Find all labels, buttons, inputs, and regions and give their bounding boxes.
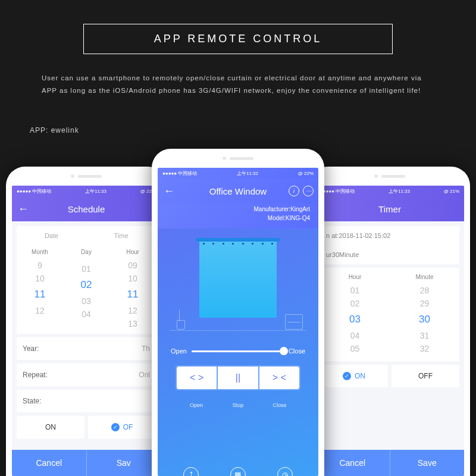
nav-share[interactable]: ⤴Share [183,467,199,476]
state-off-button[interactable]: ✓OF [88,416,156,439]
close-label: Close [289,347,305,355]
stop-button[interactable]: || [218,367,258,389]
picker-hour: Hour 0910111213 [109,249,156,330]
nav-schedule[interactable]: ▦Schedule [227,467,249,476]
position-slider[interactable] [192,350,284,352]
info-icon[interactable]: i [289,186,299,196]
open-button[interactable]: < > [177,367,217,389]
status-bar: ●●●●● 中国移动上午11:32@ 22% [158,168,318,178]
timer-title: Timer [378,204,401,214]
status-bar: ●●●●● 中国移动上午11:33@ 22% [12,186,161,196]
phone-device: ●●●●● 中国移动上午11:32@ 22% ← Office Window i… [152,149,324,476]
check-icon: ✓ [111,423,120,431]
app-name-label: APP: ewelink [30,126,476,134]
close-button[interactable]: > < [259,367,299,389]
plant-icon [174,306,186,330]
hero-title-box: APP REMOTE CONTROL [83,24,393,54]
timer-icon: ◷ [277,467,293,476]
check-icon: ✓ [343,372,351,380]
date-picker[interactable]: Month 9101112 Day 01020304 Hour 09101112… [17,245,156,334]
cancel-button[interactable]: Cancel [12,450,86,476]
year-field[interactable]: Year:Th [17,337,156,360]
schedule-title: Schedule [68,204,105,214]
picker-month: Month 9101112 [17,249,63,330]
cancel-button[interactable]: Cancel [315,450,390,476]
nav-timer[interactable]: ◷Timer [277,467,293,476]
timer-date-info: n at:2018-11-02 15:02 [320,226,459,245]
share-icon: ⤴ [183,467,199,476]
off-button[interactable]: OFF [392,365,459,387]
schedule-header: ← Schedule [12,196,161,221]
back-arrow-icon[interactable]: ← [18,203,29,215]
timer-duration-info: ur30Minute [320,245,459,264]
phone-schedule: ●●●●● 中国移动上午11:33@ 22% ← Schedule Date T… [6,167,167,476]
curtain-illustration [170,234,306,342]
status-bar: ●●●●● 中国移动上午11:33@ 21% [315,186,464,196]
tab-time[interactable]: Time [86,226,156,245]
more-icon[interactable]: ⋯ [303,186,314,196]
device-info: Manufacturer:KingArtModel:KING-Q4 [158,203,318,228]
state-on-button[interactable]: ON [17,416,84,439]
repeat-field[interactable]: Repeat:Onl [17,364,156,386]
state-field: State: [17,390,156,412]
picker-day: Day 01020304 [63,249,109,330]
back-arrow-icon[interactable]: ← [164,185,174,198]
hero-description: User can use a smartphone to remotely op… [30,72,446,96]
hero-title: APP REMOTE CONTROL [154,33,322,45]
timer-header: Timer [315,196,464,221]
save-button[interactable]: Save [390,450,465,476]
dresser-icon [285,314,303,330]
save-button[interactable]: Sav [87,450,161,476]
device-header: ← Office Window i ⋯ [158,178,318,203]
tab-date[interactable]: Date [17,226,86,245]
open-label: Open [171,347,187,355]
on-button[interactable]: ✓ON [320,365,388,387]
phone-timer: ●●●●● 中国移动上午11:33@ 21% Timer n at:2018-1… [309,167,470,476]
calendar-icon: ▦ [230,467,246,476]
device-title: Office Window [209,186,267,196]
timer-picker[interactable]: Hour 0102030405 Minute 2829303132 [320,268,459,361]
